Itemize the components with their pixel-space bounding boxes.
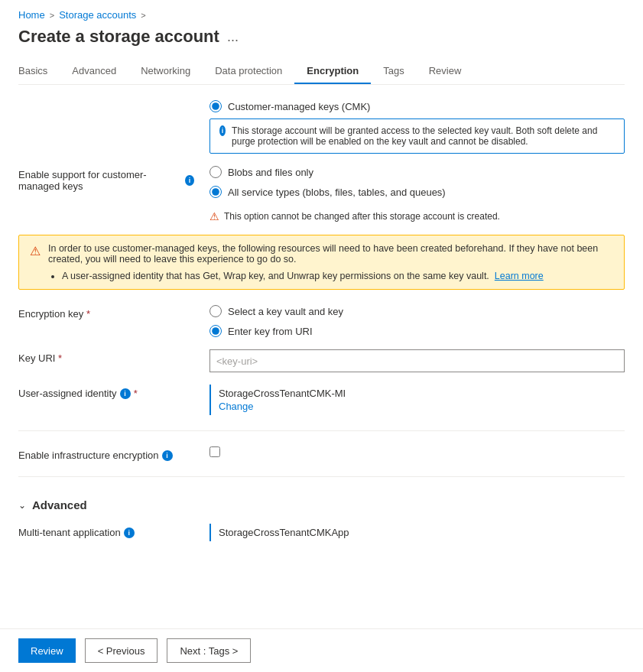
multi-tenant-section: Multi-tenant application i StorageCrossT… xyxy=(18,524,625,541)
tab-encryption[interactable]: Encryption xyxy=(294,59,371,84)
all-services-radio-item[interactable]: All service types (blobs, files, tables,… xyxy=(209,186,625,198)
encryption-key-control: Select a key vault and key Enter key fro… xyxy=(209,305,625,337)
content-area: Customer-managed keys (CMK) i This stora… xyxy=(18,100,625,541)
next-button[interactable]: Next : Tags > xyxy=(167,638,251,663)
info-circle-icon: i xyxy=(219,125,226,136)
key-uri-label: Key URI xyxy=(18,352,55,364)
more-options-icon[interactable]: ... xyxy=(227,29,239,45)
identity-name: StorageCrossTenantCMK-MI xyxy=(219,388,346,399)
warning-inline: ⚠ This option cannot be changed after th… xyxy=(209,210,625,222)
key-uri-section: Key URI * xyxy=(18,349,625,372)
divider-2 xyxy=(18,476,625,477)
select-key-vault-radio-item[interactable]: Select a key vault and key xyxy=(209,305,625,317)
support-cmk-info-icon[interactable]: i xyxy=(185,175,194,186)
infra-encryption-label: Enable infrastructure encryption xyxy=(18,450,159,461)
select-key-vault-radio[interactable] xyxy=(209,305,222,317)
support-cmk-label-col: Enable support for customer-managed keys… xyxy=(18,166,209,222)
support-cmk-section: Enable support for customer-managed keys… xyxy=(18,166,625,222)
warning-box-content: In order to use customer-managed keys, t… xyxy=(48,243,613,281)
divider-1 xyxy=(18,430,625,431)
cmk-radio-label: Customer-managed keys (CMK) xyxy=(228,101,370,112)
previous-button[interactable]: < Previous xyxy=(85,638,158,663)
warning-box: ⚠ In order to use customer-managed keys,… xyxy=(18,235,625,290)
chevron-down-icon: ⌄ xyxy=(18,500,26,511)
user-assigned-label: User-assigned identity xyxy=(18,388,117,399)
cmk-radio-input[interactable] xyxy=(209,100,222,112)
key-uri-input[interactable] xyxy=(209,349,625,372)
page-title-row: Create a storage account ... xyxy=(18,27,625,59)
tab-tags[interactable]: Tags xyxy=(371,59,416,84)
breadcrumb-sep2: > xyxy=(141,11,145,20)
blobs-only-radio[interactable] xyxy=(209,166,222,178)
tab-basics[interactable]: Basics xyxy=(18,59,60,84)
user-assigned-label-col: User-assigned identity i * xyxy=(18,385,209,415)
advanced-section-title: Advanced xyxy=(32,498,87,511)
bottom-bar: Review < Previous Next : Tags > xyxy=(0,628,643,672)
learn-more-link[interactable]: Learn more xyxy=(495,271,544,281)
encryption-key-label-col: Encryption key * xyxy=(18,305,209,337)
multi-tenant-label: Multi-tenant application xyxy=(18,527,121,538)
key-uri-required: * xyxy=(58,352,62,364)
tab-review[interactable]: Review xyxy=(417,59,474,84)
multi-tenant-value: StorageCrossTenantCMKApp xyxy=(219,527,349,538)
user-assigned-section: User-assigned identity i * StorageCrossT… xyxy=(18,385,625,415)
blobs-only-label: Blobs and files only xyxy=(228,167,313,178)
page-title: Create a storage account xyxy=(18,27,219,47)
encryption-key-section: Encryption key * Select a key vault and … xyxy=(18,305,625,337)
blobs-only-radio-item[interactable]: Blobs and files only xyxy=(209,166,625,178)
infra-encryption-control xyxy=(209,446,625,461)
breadcrumb-home[interactable]: Home xyxy=(18,9,45,21)
encryption-key-label: Encryption key xyxy=(18,308,83,320)
tab-networking[interactable]: Networking xyxy=(128,59,203,84)
enter-uri-radio[interactable] xyxy=(209,325,222,337)
enter-uri-radio-item[interactable]: Enter key from URI xyxy=(209,325,625,337)
user-assigned-info-icon[interactable]: i xyxy=(120,388,131,399)
user-assigned-control: StorageCrossTenantCMK-MI Change xyxy=(209,385,625,415)
key-uri-control xyxy=(209,349,625,372)
support-cmk-label: Enable support for customer-managed keys xyxy=(18,169,182,192)
breadcrumb-sep1: > xyxy=(50,11,54,20)
cmk-info-text: This storage account will be granted acc… xyxy=(232,125,615,147)
infra-encryption-checkbox[interactable] xyxy=(209,446,220,457)
infra-encryption-label-col: Enable infrastructure encryption i xyxy=(18,446,209,461)
warning-box-text: In order to use customer-managed keys, t… xyxy=(48,243,598,265)
review-button[interactable]: Review xyxy=(18,638,76,663)
infra-encryption-info-icon[interactable]: i xyxy=(162,450,173,461)
tab-data-protection[interactable]: Data protection xyxy=(203,59,294,84)
identity-change-link[interactable]: Change xyxy=(219,401,617,412)
multi-tenant-control: StorageCrossTenantCMKApp xyxy=(209,524,625,541)
infra-encryption-section: Enable infrastructure encryption i xyxy=(18,446,625,461)
encryption-key-radio-group: Select a key vault and key Enter key fro… xyxy=(209,305,625,337)
infra-encryption-checkbox-row xyxy=(209,446,625,457)
warning-box-bullet: A user-assigned identity that has Get, W… xyxy=(62,271,613,281)
multi-tenant-info-icon[interactable]: i xyxy=(124,528,135,538)
tab-advanced[interactable]: Advanced xyxy=(60,59,128,84)
cmk-info-box: i This storage account will be granted a… xyxy=(209,118,625,154)
warning-change-text: This option cannot be changed after this… xyxy=(224,211,500,222)
tabs-nav: Basics Advanced Networking Data protecti… xyxy=(18,59,625,85)
identity-display: StorageCrossTenantCMK-MI Change xyxy=(209,385,625,415)
breadcrumb-storage-accounts[interactable]: Storage accounts xyxy=(59,9,136,21)
enter-uri-label: Enter key from URI xyxy=(228,326,313,337)
advanced-section-header[interactable]: ⌄ Advanced xyxy=(18,492,625,518)
encryption-key-required: * xyxy=(86,308,90,320)
user-assigned-required: * xyxy=(134,388,138,399)
warning-triangle-icon: ⚠ xyxy=(209,210,219,222)
all-services-label: All service types (blobs, files, tables,… xyxy=(228,187,446,198)
all-services-radio[interactable] xyxy=(209,186,222,198)
support-cmk-control: Blobs and files only All service types (… xyxy=(209,166,625,222)
select-key-vault-label: Select a key vault and key xyxy=(228,306,343,317)
breadcrumb: Home > Storage accounts > xyxy=(18,0,625,27)
warning-box-icon: ⚠ xyxy=(30,244,41,281)
multi-tenant-label-col: Multi-tenant application i xyxy=(18,524,209,541)
key-uri-label-col: Key URI * xyxy=(18,349,209,372)
support-cmk-radio-group: Blobs and files only All service types (… xyxy=(209,166,625,222)
cmk-radio-item[interactable]: Customer-managed keys (CMK) xyxy=(209,100,625,112)
